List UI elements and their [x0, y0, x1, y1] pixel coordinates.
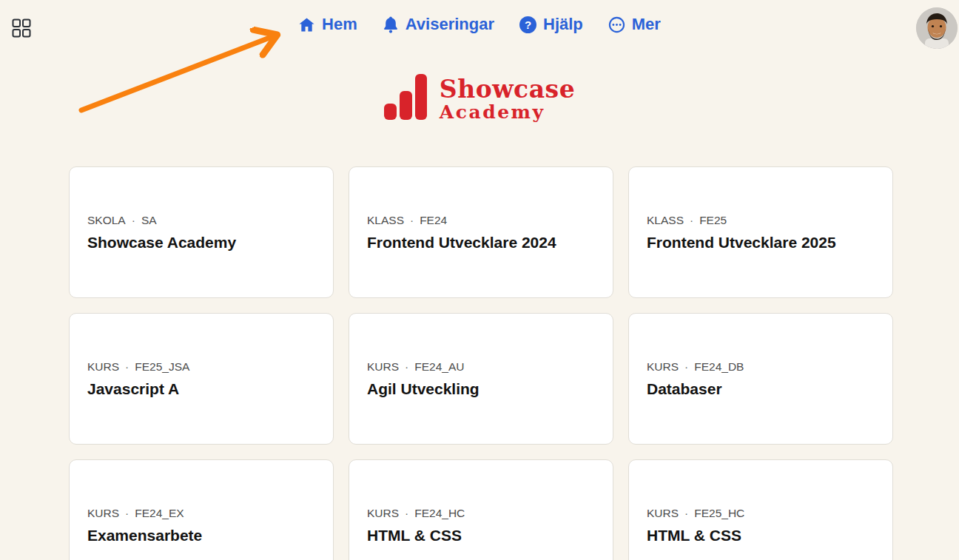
card-code-label: SA [141, 214, 157, 227]
card-code-label: FE25_HC [694, 507, 744, 520]
course-card[interactable]: KURS · FE24_HC HTML & CSS [349, 459, 613, 560]
card-separator: · [125, 360, 129, 374]
course-card[interactable]: KURS · FE25_JSA Javascript A [69, 313, 334, 445]
course-grid: SKOLA · SA Showcase Academy KLASS · FE24… [69, 166, 893, 560]
nav-item-label: Aviseringar [406, 15, 494, 34]
school-logo: Showcase Academy [0, 74, 959, 123]
user-avatar[interactable] [916, 7, 958, 49]
card-code-label: FE24_DB [694, 360, 744, 374]
card-code-label: FE24 [420, 214, 447, 227]
nav-item-label: Hem [322, 15, 357, 34]
card-separator: · [684, 507, 688, 520]
card-separator: · [684, 360, 688, 374]
card-title: Agil Utveckling [367, 380, 595, 398]
card-title: Javascript A [87, 380, 315, 398]
card-separator: · [690, 214, 693, 227]
card-eyebrow: KURS · FE24_AU [367, 360, 595, 374]
user-profile-photo-icon [916, 7, 958, 49]
card-type-label: KLASS [367, 214, 404, 227]
card-code-label: FE25_JSA [135, 360, 189, 374]
card-title: HTML & CSS [647, 527, 875, 544]
card-title: HTML & CSS [367, 527, 595, 544]
card-type-label: SKOLA [87, 214, 126, 227]
card-code-label: FE24_HC [414, 507, 465, 520]
nav-item-aviseringar[interactable]: Aviseringar [383, 15, 494, 34]
card-type-label: KURS [647, 507, 679, 520]
card-code-label: FE25 [699, 214, 727, 227]
card-code-label: FE24_AU [414, 360, 464, 374]
card-eyebrow: KLASS · FE25 [647, 214, 875, 227]
nav-item-mer[interactable]: Mer [608, 15, 661, 34]
question-circle-icon: ? [519, 16, 536, 33]
course-card[interactable]: SKOLA · SA Showcase Academy [69, 166, 334, 298]
card-title: Databaser [647, 380, 875, 398]
card-type-label: KLASS [647, 214, 684, 227]
card-separator: · [405, 507, 408, 520]
card-separator: · [405, 360, 408, 374]
course-card[interactable]: KLASS · FE24 Frontend Utvecklare 2024 [349, 166, 613, 298]
card-eyebrow: KURS · FE24_DB [647, 360, 875, 374]
nav-item-label: Mer [632, 15, 661, 34]
card-title: Examensarbete [87, 527, 315, 544]
ellipsis-circle-icon [608, 16, 625, 33]
bell-icon [383, 16, 399, 33]
home-icon [298, 16, 315, 33]
logo-text-line2: Academy [440, 103, 575, 121]
card-eyebrow: KURS · FE24_HC [367, 507, 595, 520]
card-title: Frontend Utvecklare 2024 [367, 234, 595, 252]
course-card[interactable]: KURS · FE24_DB Databaser [628, 313, 893, 445]
card-title: Showcase Academy [87, 234, 315, 252]
card-type-label: KURS [647, 360, 679, 374]
bar-chart-logo-icon [384, 74, 427, 123]
card-separator: · [125, 507, 129, 520]
card-code-label: FE24_EX [135, 507, 184, 520]
nav-item-hjalp[interactable]: ? Hjälp [519, 15, 583, 34]
card-separator: · [410, 214, 414, 227]
card-eyebrow: SKOLA · SA [87, 214, 315, 227]
card-type-label: KURS [87, 507, 119, 520]
card-eyebrow: KLASS · FE24 [367, 214, 595, 227]
course-card[interactable]: KURS · FE24_AU Agil Utveckling [349, 313, 613, 445]
card-type-label: KURS [367, 507, 399, 520]
course-card[interactable]: KLASS · FE25 Frontend Utvecklare 2025 [628, 166, 893, 298]
nav-item-label: Hjälp [543, 15, 583, 34]
card-eyebrow: KURS · FE25_HC [647, 507, 875, 520]
nav-item-hem[interactable]: Hem [298, 15, 357, 34]
course-card[interactable]: KURS · FE25_HC HTML & CSS [628, 459, 893, 560]
logo-text-line1: Showcase [440, 77, 575, 101]
card-eyebrow: KURS · FE25_JSA [87, 360, 315, 374]
card-eyebrow: KURS · FE24_EX [87, 507, 315, 520]
card-type-label: KURS [87, 360, 119, 374]
card-type-label: KURS [367, 360, 399, 374]
main-nav: Hem Aviseringar ? Hjälp Mer [0, 15, 959, 34]
course-card[interactable]: KURS · FE24_EX Examensarbete [69, 459, 334, 560]
card-title: Frontend Utvecklare 2025 [647, 234, 875, 252]
card-separator: · [132, 214, 135, 227]
